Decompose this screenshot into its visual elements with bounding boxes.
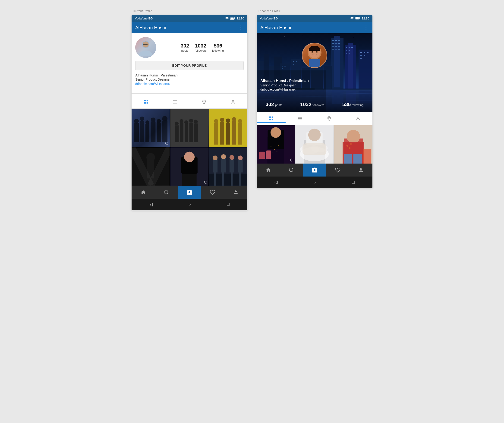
enhanced-followers-label: followers bbox=[312, 103, 324, 107]
tab-location[interactable] bbox=[189, 98, 218, 106]
svg-rect-150 bbox=[266, 150, 271, 159]
svg-rect-149 bbox=[259, 152, 265, 159]
photo-cell-1[interactable]: ⬡ bbox=[132, 109, 170, 147]
svg-point-54 bbox=[184, 152, 195, 162]
enhanced-tab-location[interactable] bbox=[315, 115, 343, 122]
avatar bbox=[135, 37, 156, 58]
status-icons: 12:30 bbox=[225, 17, 244, 20]
enhanced-nav-heart[interactable] bbox=[326, 164, 349, 176]
enhanced-followers-stat[interactable]: 1032 followers bbox=[300, 102, 324, 108]
home-button[interactable]: ○ bbox=[189, 202, 191, 207]
system-nav: ◁ ○ □ bbox=[132, 199, 247, 210]
enhanced-nav-search[interactable] bbox=[280, 164, 303, 176]
nav-profile[interactable] bbox=[224, 186, 247, 198]
tab-grid[interactable] bbox=[132, 98, 161, 106]
enhanced-profile-label: Enhanced Profile bbox=[258, 9, 281, 13]
svg-rect-61 bbox=[213, 159, 217, 173]
enhanced-tab-grid[interactable] bbox=[257, 115, 286, 123]
enhanced-home-button[interactable]: ○ bbox=[314, 180, 316, 185]
svg-point-167 bbox=[347, 130, 360, 143]
photo-cell-4[interactable] bbox=[132, 147, 170, 186]
svg-rect-58 bbox=[222, 171, 224, 186]
enhanced-bio-overlay: Alhasan Hunsi . Palestinian Senior Produ… bbox=[260, 79, 369, 91]
bio-link[interactable]: dribbble.com/AlHasanux bbox=[135, 82, 170, 86]
svg-rect-65 bbox=[229, 159, 234, 173]
enhanced-view-tabs bbox=[257, 112, 372, 125]
enhanced-photo-3[interactable] bbox=[334, 125, 372, 163]
nav-search[interactable] bbox=[155, 186, 178, 198]
enhanced-nav-camera[interactable] bbox=[303, 163, 326, 176]
nav-home[interactable] bbox=[132, 186, 155, 198]
svg-rect-37 bbox=[226, 122, 230, 145]
enhanced-status-icons: 12:30 bbox=[350, 17, 369, 20]
svg-rect-39 bbox=[238, 123, 242, 145]
enhanced-posts-stat[interactable]: 302 posts bbox=[266, 102, 282, 108]
svg-point-142 bbox=[328, 117, 330, 119]
svg-point-43 bbox=[232, 117, 236, 121]
enhanced-following-stat[interactable]: 536 following bbox=[342, 102, 364, 108]
photo-cell-2[interactable] bbox=[170, 109, 209, 147]
svg-rect-112 bbox=[364, 55, 365, 56]
enhanced-photo-2[interactable] bbox=[295, 125, 334, 163]
svg-rect-124 bbox=[293, 64, 294, 65]
enhanced-tab-list[interactable] bbox=[286, 115, 315, 122]
svg-point-143 bbox=[357, 117, 359, 119]
photo-cell-3[interactable] bbox=[209, 109, 247, 147]
app-bar: AlHasan Husni ⋮ bbox=[132, 22, 247, 33]
edit-profile-button[interactable]: EDIT YOUR PROFILE bbox=[135, 61, 244, 70]
nav-heart[interactable] bbox=[201, 186, 224, 198]
svg-rect-36 bbox=[220, 122, 224, 145]
enhanced-background: Alhasan Hunsi . Palestinian Senior Produ… bbox=[257, 33, 372, 112]
svg-rect-13 bbox=[145, 124, 149, 142]
view-tabs bbox=[132, 96, 247, 109]
svg-rect-121 bbox=[282, 68, 283, 69]
enhanced-app-bar-title: AlHasan Husni bbox=[260, 25, 291, 30]
svg-rect-92 bbox=[332, 46, 334, 47]
enhanced-menu-dots-icon[interactable]: ⋮ bbox=[363, 24, 369, 30]
photo-cell-6[interactable] bbox=[209, 147, 247, 186]
menu-dots-icon[interactable]: ⋮ bbox=[238, 24, 244, 30]
svg-rect-71 bbox=[360, 18, 360, 19]
svg-point-74 bbox=[268, 38, 269, 38]
svg-rect-141 bbox=[309, 59, 320, 67]
svg-point-10 bbox=[232, 100, 234, 102]
enhanced-recent-button[interactable]: □ bbox=[352, 180, 355, 185]
enhanced-tab-person[interactable] bbox=[343, 115, 372, 122]
svg-rect-59 bbox=[231, 171, 233, 186]
enhanced-nav-home[interactable] bbox=[257, 164, 280, 176]
svg-point-19 bbox=[145, 121, 149, 124]
enhanced-profile-phone: Vodafone EG 12:30 AlHasa bbox=[257, 15, 372, 188]
svg-rect-38 bbox=[232, 121, 236, 145]
svg-rect-24 bbox=[175, 125, 179, 142]
svg-rect-12 bbox=[140, 121, 144, 142]
svg-point-148 bbox=[270, 127, 281, 138]
carrier-text: Vodafone EG bbox=[135, 17, 153, 20]
svg-rect-16 bbox=[162, 121, 168, 142]
svg-point-69 bbox=[164, 190, 168, 194]
bio-section: Alhasan Hunsi . Palestinian Senior Produ… bbox=[135, 73, 244, 88]
app-bar-title: AlHasan Husni bbox=[135, 25, 166, 30]
nav-camera[interactable] bbox=[178, 186, 201, 199]
svg-rect-120 bbox=[284, 66, 286, 66]
enhanced-photo-1[interactable]: ⬡ bbox=[257, 125, 295, 163]
enhanced-video-icon: ⬡ bbox=[290, 158, 294, 162]
tab-person[interactable] bbox=[218, 98, 247, 106]
svg-point-9 bbox=[203, 101, 205, 103]
bottom-nav bbox=[132, 186, 247, 199]
tab-list[interactable] bbox=[161, 98, 189, 106]
photo-cell-5[interactable]: ⬡ bbox=[170, 147, 209, 186]
back-button[interactable]: ◁ bbox=[149, 202, 153, 207]
enhanced-back-button[interactable]: ◁ bbox=[275, 180, 278, 185]
followers-stat[interactable]: 1032 followers bbox=[195, 43, 206, 52]
recent-button[interactable]: □ bbox=[227, 202, 229, 207]
enhanced-nav-profile[interactable] bbox=[349, 164, 372, 176]
svg-rect-95 bbox=[332, 49, 334, 49]
enhanced-profile-container: Enhanced Profile Vodafone EG 12:3 bbox=[257, 9, 372, 188]
svg-point-151 bbox=[270, 146, 271, 147]
photo-grid: ⬡ bbox=[132, 109, 247, 186]
posts-stat[interactable]: 302 posts bbox=[181, 43, 189, 52]
svg-rect-101 bbox=[348, 47, 350, 48]
svg-rect-15 bbox=[156, 123, 161, 142]
following-stat[interactable]: 536 following bbox=[212, 43, 224, 52]
enhanced-bio-link[interactable]: dribbble.com/AlHasanux bbox=[260, 88, 369, 91]
